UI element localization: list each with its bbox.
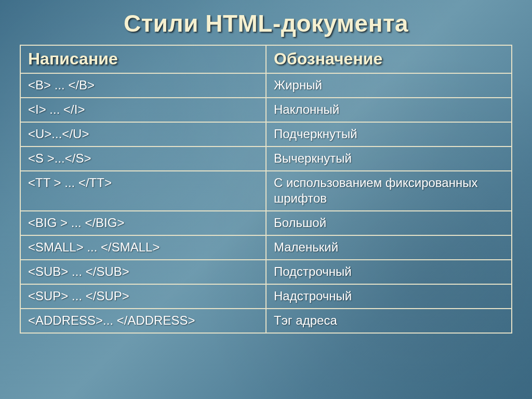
- table-header-row: Написание Обозначение: [20, 45, 512, 73]
- cell-desc: Маленький: [266, 235, 512, 260]
- cell-code: <SMALL> ... </SMALL>: [20, 235, 266, 260]
- cell-code: <S >...</S>: [20, 147, 266, 171]
- table-row: <S >...</S> Вычеркнутый: [20, 147, 512, 171]
- table-row: <SMALL> ... </SMALL> Маленький: [20, 235, 512, 260]
- table-row: <U>...</U> Подчеркнутый: [20, 122, 512, 147]
- cell-desc: Надстрочный: [266, 284, 512, 309]
- cell-code: <BIG > ... </BIG>: [20, 211, 266, 235]
- table-row: <I> ... </I> Наклонный: [20, 98, 512, 122]
- cell-code: <SUP> ... </SUP>: [20, 284, 266, 309]
- cell-desc: Жирный: [266, 73, 512, 98]
- table-row: <B> ... </B> Жирный: [20, 73, 512, 98]
- cell-desc: С использованием фиксированных шрифтов: [266, 171, 512, 211]
- cell-code: <B> ... </B>: [20, 73, 266, 98]
- cell-desc: Тэг адреса: [266, 309, 512, 333]
- cell-code: <U>...</U>: [20, 122, 266, 147]
- cell-desc: Большой: [266, 211, 512, 235]
- cell-desc: Наклонный: [266, 98, 512, 122]
- cell-code: <I> ... </I>: [20, 98, 266, 122]
- styles-table: Написание Обозначение <B> ... </B> Жирны…: [20, 45, 512, 334]
- slide-title: Стили HTML-документа: [20, 9, 512, 37]
- cell-code: <ADDRESS>... </ADDRESS>: [20, 309, 266, 333]
- table-row: <SUB> ... </SUB> Подстрочный: [20, 260, 512, 284]
- table-row: <TT > ... </TT> С использованием фиксиро…: [20, 171, 512, 211]
- table-row: <ADDRESS>... </ADDRESS> Тэг адреса: [20, 309, 512, 333]
- header-description: Обозначение: [266, 45, 512, 73]
- table-row: <SUP> ... </SUP> Надстрочный: [20, 284, 512, 309]
- cell-desc: Вычеркнутый: [266, 147, 512, 171]
- cell-code: <TT > ... </TT>: [20, 171, 266, 211]
- cell-desc: Подстрочный: [266, 260, 512, 284]
- header-writing: Написание: [20, 45, 266, 73]
- cell-code: <SUB> ... </SUB>: [20, 260, 266, 284]
- slide: Стили HTML-документа Написание Обозначен…: [0, 0, 532, 399]
- cell-desc: Подчеркнутый: [266, 122, 512, 147]
- table-row: <BIG > ... </BIG> Большой: [20, 211, 512, 235]
